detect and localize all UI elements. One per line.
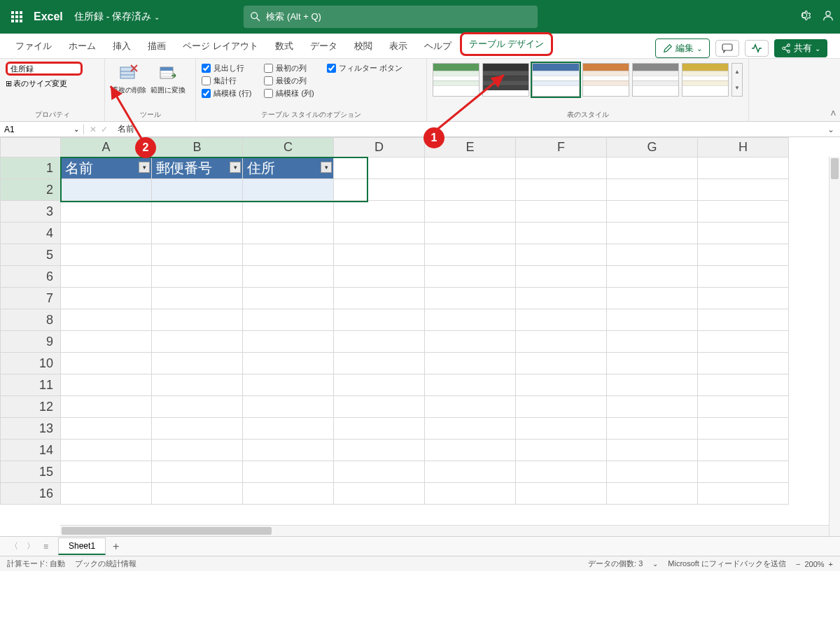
col-header-F[interactable]: F bbox=[516, 138, 607, 157]
cell[interactable] bbox=[698, 440, 789, 461]
filter-dropdown-icon[interactable]: ▾ bbox=[139, 162, 150, 173]
cell-A2[interactable] bbox=[61, 179, 152, 201]
account-icon[interactable] bbox=[822, 9, 834, 24]
document-title[interactable]: 住所録 - 保存済み ⌄ bbox=[74, 10, 160, 23]
cell[interactable] bbox=[334, 201, 425, 223]
tab-table-design[interactable]: テーブル デザイン bbox=[460, 32, 554, 56]
cell[interactable] bbox=[243, 266, 334, 288]
cell[interactable] bbox=[698, 418, 789, 440]
zoom-in-button[interactable]: + bbox=[829, 560, 833, 568]
cell-B1[interactable]: 郵便番号▾ bbox=[152, 157, 243, 179]
cell[interactable] bbox=[607, 223, 698, 244]
cell[interactable] bbox=[61, 309, 152, 331]
tab-formulas[interactable]: 数式 bbox=[267, 34, 302, 58]
cell[interactable] bbox=[516, 331, 607, 353]
cell[interactable] bbox=[334, 353, 425, 374]
row-header-7[interactable]: 7 bbox=[1, 288, 61, 309]
cell[interactable] bbox=[334, 461, 425, 483]
cell[interactable] bbox=[61, 483, 152, 505]
tab-draw[interactable]: 描画 bbox=[139, 34, 174, 58]
cell[interactable] bbox=[607, 244, 698, 266]
workbook-stats-label[interactable]: ブックの統計情報 bbox=[75, 559, 136, 569]
tab-view[interactable]: 表示 bbox=[381, 34, 416, 58]
cell[interactable] bbox=[516, 223, 607, 244]
opt-first-col[interactable]: 最初の列 bbox=[264, 63, 314, 73]
cell[interactable] bbox=[425, 179, 516, 201]
opt-last-col[interactable]: 最後の列 bbox=[264, 76, 314, 86]
horizontal-scrollbar[interactable] bbox=[60, 525, 829, 536]
cell[interactable] bbox=[61, 396, 152, 418]
cell[interactable] bbox=[516, 374, 607, 396]
cell[interactable] bbox=[152, 440, 243, 461]
cell[interactable] bbox=[516, 201, 607, 223]
cell[interactable] bbox=[243, 418, 334, 440]
cell[interactable] bbox=[61, 288, 152, 309]
cell[interactable] bbox=[516, 309, 607, 331]
cell[interactable] bbox=[607, 374, 698, 396]
cell[interactable] bbox=[698, 179, 789, 201]
cell[interactable] bbox=[61, 418, 152, 440]
add-sheet-button[interactable]: + bbox=[106, 540, 126, 553]
name-box[interactable]: A1 ⌄ bbox=[0, 125, 84, 134]
row-header-8[interactable]: 8 bbox=[1, 309, 61, 331]
cell[interactable] bbox=[425, 223, 516, 244]
zoom-level[interactable]: 200% bbox=[804, 560, 824, 568]
cell[interactable] bbox=[61, 461, 152, 483]
tab-file[interactable]: ファイル bbox=[7, 34, 60, 58]
table-style-6[interactable] bbox=[682, 63, 729, 97]
cell[interactable] bbox=[698, 396, 789, 418]
cell[interactable] bbox=[516, 157, 607, 179]
cell[interactable] bbox=[243, 244, 334, 266]
cell[interactable] bbox=[243, 374, 334, 396]
tab-help[interactable]: ヘルプ bbox=[416, 34, 460, 58]
cancel-icon[interactable]: ✕ bbox=[90, 125, 97, 134]
col-header-B[interactable]: B bbox=[152, 138, 243, 157]
col-header-G[interactable]: G bbox=[607, 138, 698, 157]
cell[interactable] bbox=[698, 201, 789, 223]
col-header-D[interactable]: D bbox=[334, 138, 425, 157]
tab-layout[interactable]: ページ レイアウト bbox=[174, 34, 267, 58]
row-header-16[interactable]: 16 bbox=[1, 483, 61, 505]
all-sheets-icon[interactable]: ≡ bbox=[39, 542, 52, 552]
share-button[interactable]: 共有 ⌄ bbox=[774, 39, 827, 57]
cell[interactable] bbox=[698, 374, 789, 396]
cell[interactable] bbox=[607, 288, 698, 309]
cell[interactable] bbox=[607, 440, 698, 461]
filter-dropdown-icon[interactable]: ▾ bbox=[321, 162, 332, 173]
cell[interactable] bbox=[152, 461, 243, 483]
row-header-2[interactable]: 2 bbox=[1, 179, 61, 201]
catch-up-button[interactable] bbox=[745, 40, 769, 57]
cell[interactable] bbox=[334, 483, 425, 505]
cell[interactable] bbox=[516, 266, 607, 288]
cell[interactable] bbox=[516, 440, 607, 461]
cell[interactable] bbox=[334, 374, 425, 396]
cell[interactable] bbox=[425, 483, 516, 505]
opt-total-row[interactable]: 集計行 bbox=[202, 76, 251, 86]
cell[interactable] bbox=[698, 331, 789, 353]
cell[interactable] bbox=[334, 179, 425, 201]
row-header-15[interactable]: 15 bbox=[1, 461, 61, 483]
cell[interactable] bbox=[61, 201, 152, 223]
cell[interactable] bbox=[698, 288, 789, 309]
cell[interactable] bbox=[607, 266, 698, 288]
filter-dropdown-icon[interactable]: ▾ bbox=[230, 162, 241, 173]
cell[interactable] bbox=[425, 201, 516, 223]
ribbon-collapse-icon[interactable]: ᐱ bbox=[831, 109, 836, 117]
row-header-12[interactable]: 12 bbox=[1, 396, 61, 418]
cell[interactable] bbox=[243, 223, 334, 244]
formula-bar-expand-icon[interactable]: ⌄ bbox=[822, 125, 840, 134]
chevron-down-icon[interactable]: ⌄ bbox=[652, 560, 658, 568]
settings-icon[interactable] bbox=[798, 9, 811, 24]
cell[interactable] bbox=[607, 179, 698, 201]
convert-to-range-button[interactable]: 範囲に変換 bbox=[150, 62, 186, 95]
search-box[interactable]: 検索 (Alt + Q) bbox=[244, 6, 538, 28]
cell[interactable] bbox=[61, 353, 152, 374]
col-header-C[interactable]: C bbox=[243, 138, 334, 157]
cell[interactable] bbox=[243, 201, 334, 223]
cell[interactable] bbox=[334, 418, 425, 440]
opt-banded-cols[interactable]: 縞模様 (列) bbox=[264, 88, 314, 99]
cell[interactable] bbox=[425, 288, 516, 309]
sheet-tab-1[interactable]: Sheet1 bbox=[58, 538, 106, 555]
cell[interactable] bbox=[698, 483, 789, 505]
cell[interactable] bbox=[152, 418, 243, 440]
